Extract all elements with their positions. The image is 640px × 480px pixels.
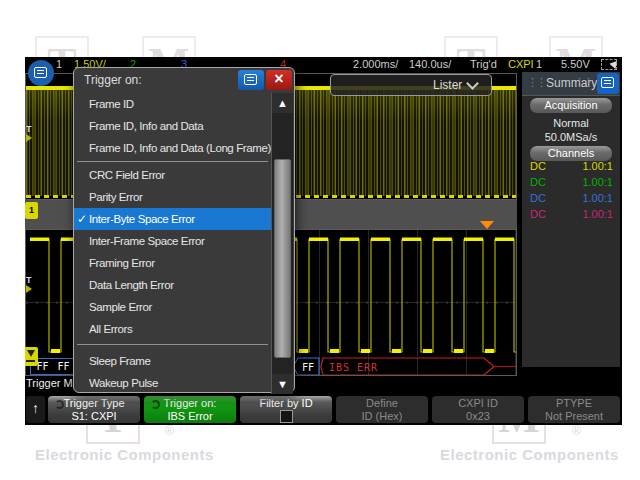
menu-item[interactable]: Inter-Frame Space Error	[74, 230, 271, 252]
menu-item[interactable]: CRC Field Error	[74, 164, 271, 186]
registered-mark: ®	[572, 424, 581, 438]
softkey-bar: ↑ Trigger TypeS1: CXPI Trigger on:IBS Er…	[25, 392, 622, 425]
menu-item[interactable]: Frame ID, Info and Data (Long Frame)	[74, 137, 271, 159]
channel1-summary: DC1.00:1	[530, 158, 613, 174]
knob-icon	[151, 400, 160, 409]
softkey-filter-by-id[interactable]: Filter by ID	[240, 396, 332, 423]
acquisition-button[interactable]: Acquisition	[530, 98, 612, 113]
back-up-softkey[interactable]: ↑	[26, 396, 45, 423]
chevron-down-icon	[466, 77, 479, 90]
trigger-level: 5.50V	[561, 58, 590, 71]
menu-item[interactable]: All Errors	[74, 318, 271, 340]
knob-icon	[55, 400, 64, 409]
trigger-status: Trig'd	[470, 58, 497, 71]
menu-item[interactable]: Sleep Frame	[74, 350, 271, 372]
trigger-on-dialog: Trigger on: × Frame ID Frame ID, Info an…	[73, 67, 295, 393]
timebase-delay[interactable]: 140.0us/	[409, 58, 451, 71]
softkey-trigger-on[interactable]: Trigger on:IBS Error	[144, 396, 236, 423]
menu-item[interactable]: Parity Error	[74, 186, 271, 208]
summary-panel: ⋮⋮ Summary ⋮⋮ Acquisition Normal 50.0MSa…	[522, 72, 620, 367]
softkey-ptype: PTYPENot Present	[528, 396, 620, 423]
menu-item[interactable]: Frame ID, Info and Data	[74, 115, 271, 137]
main-menu-button[interactable]	[28, 60, 54, 86]
trigger-time-marker-upper: T	[26, 124, 32, 134]
menu-item[interactable]: Framing Error	[74, 252, 271, 274]
dialog-menu-button[interactable]	[238, 70, 264, 90]
touch-zone-icon[interactable]	[601, 59, 617, 70]
trigger-source: CXPI	[508, 58, 534, 71]
trigger-time-marker-lower: T	[26, 275, 32, 285]
dialog-close-button[interactable]: ×	[266, 70, 292, 90]
summary-header[interactable]: ⋮⋮ Summary ⋮⋮	[522, 72, 620, 96]
menu-item[interactable]: Wakeup Pulse	[74, 372, 271, 394]
watermark-text: Electronic Components	[440, 446, 619, 463]
oscilloscope-screen: 1 1.50V/ 2 3 4 2.000ms/ 140.0us/ Trig'd …	[25, 57, 622, 425]
channel1-number[interactable]: 1	[56, 58, 62, 71]
watermark-text: Electronic Components	[35, 446, 214, 463]
channel-marker-upper	[26, 134, 32, 142]
softkey-define-id: DefineID (Hex)	[336, 396, 428, 423]
grip-dots-icon: ⋮⋮	[527, 76, 545, 89]
timebase-scale[interactable]: 2.000ms/	[353, 58, 398, 71]
menu-separator	[74, 340, 271, 350]
acquisition-mode: Normal	[522, 117, 620, 129]
trigger-channel: 1	[536, 58, 542, 71]
menu-item[interactable]: Sample Error	[74, 296, 271, 318]
decode-lane-right: FF IBS ERR	[288, 356, 517, 376]
dialog-title: Trigger on:	[84, 73, 142, 87]
summary-menu-button[interactable]	[597, 73, 619, 94]
svg-text:IBS ERR: IBS ERR	[329, 362, 378, 373]
lister-label: Lister	[433, 78, 462, 92]
bus-marker-icon: 1	[25, 202, 38, 219]
svg-text:FF: FF	[302, 362, 314, 373]
filter-checkbox[interactable]	[280, 410, 293, 423]
dialog-item-list: Frame ID Frame ID, Info and Data Frame I…	[74, 93, 271, 394]
time-reference-marker[interactable]	[480, 221, 494, 229]
scrollbar-thumb[interactable]	[274, 159, 291, 358]
channel2-summary: DC1.00:1	[530, 174, 613, 190]
registered-mark: ®	[165, 424, 174, 438]
softkey-trigger-type[interactable]: Trigger TypeS1: CXPI	[48, 396, 140, 423]
menu-item-selected[interactable]: ✓Inter-Byte Space Error	[74, 208, 271, 230]
sample-rate: 50.0MSa/s	[522, 131, 620, 143]
channel4-summary: DC1.00:1	[530, 206, 613, 222]
channel-marker-lower	[26, 285, 32, 293]
trigger-level-marker[interactable]	[25, 347, 38, 366]
check-icon: ✓	[77, 208, 87, 230]
dialog-scrollbar[interactable]: ▲ ▼	[271, 93, 293, 394]
menu-item[interactable]: Frame ID	[74, 93, 271, 115]
scroll-down-button[interactable]: ▼	[272, 374, 293, 394]
grip-dots-icon: ⋮⋮	[574, 76, 592, 89]
menu-icon	[244, 74, 257, 85]
softkey-cxpi-id: CXPI ID0x23	[432, 396, 524, 423]
lister-button[interactable]: Lister	[330, 74, 492, 96]
menu-icon	[34, 67, 47, 78]
menu-icon	[601, 77, 614, 88]
scroll-up-button[interactable]: ▲	[272, 93, 293, 113]
menu-item[interactable]: Data Length Error	[74, 274, 271, 296]
channel3-summary: DC1.00:1	[530, 190, 613, 206]
